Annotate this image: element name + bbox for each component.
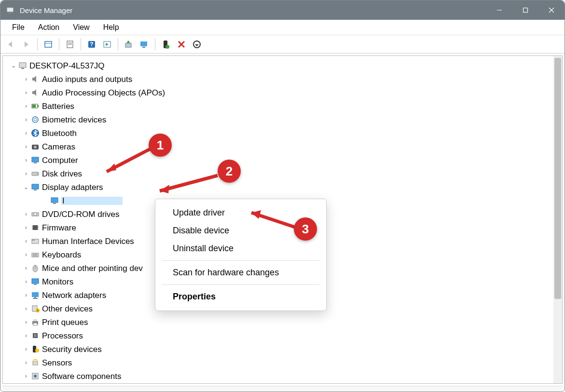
scrollbar-thumb[interactable] (554, 58, 561, 299)
chevron-right-icon[interactable]: › (22, 346, 30, 352)
back-button[interactable] (4, 38, 18, 51)
svg-rect-2 (8, 14, 12, 14)
svg-rect-58 (32, 240, 33, 241)
svg-rect-78 (34, 334, 37, 337)
tree-item-sensors[interactable]: › Sensors (3, 356, 562, 369)
chevron-right-icon[interactable]: › (22, 279, 30, 284)
tree-item-cameras[interactable]: › Cameras (3, 140, 562, 153)
chevron-right-icon[interactable]: › (22, 90, 30, 95)
annotation-badge-1: 1 (149, 134, 172, 157)
tree-item-security[interactable]: › Security devices (3, 342, 562, 356)
app-icon (5, 5, 15, 15)
chevron-right-icon[interactable]: › (22, 373, 30, 379)
vertical-scrollbar[interactable] (553, 56, 562, 383)
menu-view[interactable]: View (66, 21, 96, 34)
menu-bar: File Action View Help (0, 20, 565, 35)
uninstall-device-icon[interactable] (175, 38, 188, 51)
hdd-icon (31, 169, 40, 178)
sensor-icon (31, 358, 40, 367)
svg-rect-75 (33, 319, 37, 321)
properties-icon[interactable] (63, 38, 77, 51)
chevron-right-icon[interactable]: › (22, 117, 30, 122)
enable-device-icon[interactable] (159, 38, 173, 51)
svg-rect-0 (7, 8, 14, 12)
annotation-badge-3: 3 (294, 217, 317, 241)
context-separator (162, 284, 319, 285)
chevron-right-icon[interactable]: › (22, 333, 30, 338)
tree-root-label: DESKTOP-4L537JQ (29, 62, 105, 70)
forward-button[interactable] (20, 38, 33, 51)
tree-item-disk-drives[interactable]: › Disk drives (3, 167, 562, 180)
chevron-right-icon[interactable]: › (22, 144, 30, 149)
chevron-down-icon[interactable]: ⌄ (22, 184, 30, 190)
menu-help[interactable]: Help (96, 21, 126, 34)
update-driver-icon[interactable] (122, 38, 136, 51)
toolbar-separator (155, 38, 155, 51)
tree-item-processors[interactable]: › Processors (3, 329, 562, 342)
maximize-button[interactable] (512, 0, 538, 20)
tree-item-biometric[interactable]: › Biometric devices (3, 113, 562, 126)
chevron-right-icon[interactable]: › (22, 225, 30, 230)
svg-rect-46 (51, 198, 58, 203)
chevron-right-icon[interactable]: › (22, 130, 30, 136)
software-icon (31, 372, 40, 380)
show-hidden-icon[interactable] (41, 38, 55, 51)
chevron-right-icon[interactable]: › (22, 252, 30, 257)
context-scan-hardware[interactable]: Scan for hardware changes (155, 264, 326, 282)
svg-point-35 (32, 117, 38, 122)
context-properties[interactable]: Properties (155, 288, 326, 306)
speaker-icon (31, 75, 40, 83)
minimize-button[interactable] (486, 0, 512, 20)
tree-item-audio-io[interactable]: › Audio inputs and outputs (3, 72, 562, 86)
svg-rect-33 (38, 105, 39, 107)
toolbar: ? (0, 35, 565, 54)
tree-item-print[interactable]: › Print queues (3, 315, 562, 329)
chevron-right-icon[interactable]: › (22, 157, 30, 163)
cpu-icon (31, 331, 40, 340)
display-adapter-icon (50, 196, 59, 205)
chevron-right-icon[interactable]: › (22, 238, 30, 244)
context-uninstall-device[interactable]: Uninstall device (155, 240, 326, 257)
chevron-right-icon[interactable]: › (22, 103, 30, 109)
svg-rect-20 (140, 41, 147, 46)
disable-device-icon[interactable] (190, 38, 204, 51)
scan-hardware-icon[interactable] (138, 38, 151, 51)
chip-icon (31, 223, 40, 232)
action-icon[interactable] (100, 38, 114, 51)
chevron-right-icon[interactable]: › (22, 76, 30, 82)
tree-item-software-components[interactable]: › Software components (3, 369, 562, 383)
svg-rect-28 (19, 63, 26, 68)
hid-icon (31, 237, 40, 245)
svg-rect-1 (9, 13, 12, 14)
security-icon (31, 345, 40, 353)
chevron-right-icon[interactable]: › (22, 306, 30, 311)
fingerprint-icon (31, 115, 40, 124)
display-adapter-icon (31, 183, 40, 191)
chevron-right-icon[interactable]: › (22, 319, 30, 325)
svg-rect-21 (142, 47, 145, 48)
help-icon[interactable]: ? (85, 38, 98, 51)
chevron-down-icon[interactable]: ⌄ (10, 63, 17, 68)
svg-rect-45 (34, 189, 37, 190)
svg-rect-18 (125, 43, 131, 47)
tree-item-apo[interactable]: › Audio Processing Objects (APOs) (3, 86, 562, 99)
toolbar-separator (118, 38, 118, 51)
chevron-right-icon[interactable]: › (22, 292, 30, 298)
svg-rect-81 (33, 362, 38, 365)
svg-marker-7 (8, 41, 12, 47)
chevron-right-icon[interactable]: › (22, 171, 30, 176)
tree-item-batteries[interactable]: › Batteries (3, 99, 562, 113)
tree-item-computer[interactable]: › Computer (3, 153, 562, 167)
menu-file[interactable]: File (5, 21, 31, 34)
tree-item-display-adapters[interactable]: ⌄ Display adapters (3, 180, 562, 194)
chevron-right-icon[interactable]: › (22, 211, 30, 217)
svg-marker-19 (126, 41, 130, 43)
keyboard-icon (31, 250, 40, 259)
chevron-right-icon[interactable]: › (22, 265, 30, 271)
tree-root[interactable]: ⌄ DESKTOP-4L537JQ (3, 59, 562, 72)
close-button[interactable] (538, 0, 565, 20)
tree-item-bluetooth[interactable]: › Bluetooth (3, 126, 562, 140)
menu-action[interactable]: Action (31, 21, 66, 34)
svg-rect-40 (32, 157, 39, 162)
chevron-right-icon[interactable]: › (22, 360, 30, 365)
